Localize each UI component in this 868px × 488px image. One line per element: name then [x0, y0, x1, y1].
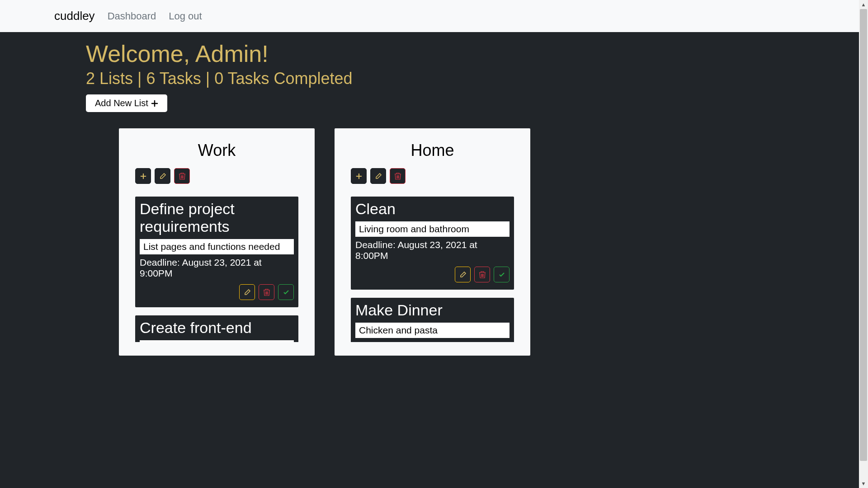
lists-row: Work Define project requirements [119, 128, 859, 356]
edit-list-button[interactable] [155, 168, 170, 184]
task-deadline: Deadline: August 24, 2021 at 6:00PM [355, 341, 509, 342]
task-actions [355, 267, 509, 282]
add-task-button[interactable] [135, 168, 151, 184]
scrollbar-thumb[interactable] [860, 9, 867, 461]
task-title: Make Dinner [355, 301, 509, 319]
trash-icon [395, 173, 401, 180]
list-title: Home [343, 141, 522, 160]
complete-task-button[interactable] [278, 284, 294, 300]
task-deadline: Deadline: August 23, 2021 at 9:00PM [140, 257, 294, 279]
delete-list-button[interactable] [174, 168, 190, 184]
edit-task-button[interactable] [239, 284, 255, 300]
plus-icon [151, 100, 158, 107]
task-title: Create front-end [140, 319, 294, 337]
delete-task-button[interactable] [259, 284, 274, 300]
task-description: List pages and functions needed [140, 239, 294, 254]
plus-icon [140, 173, 146, 179]
list-card-home: Home Clean Living room and bathro [335, 128, 530, 356]
stats-summary: 2 Lists | 6 Tasks | 0 Tasks Completed [86, 69, 859, 88]
scroll-down-icon[interactable]: ▼ [859, 479, 868, 488]
add-task-button[interactable] [351, 168, 367, 184]
page-scrollbar[interactable]: ▲ ▼ [859, 0, 868, 488]
task-title: Clean [355, 200, 509, 218]
tasks-scroll-container[interactable]: Define project requirements List pages a… [135, 197, 298, 342]
list-actions [351, 168, 522, 184]
edit-icon [375, 173, 382, 180]
page-viewport: cuddley Dashboard Log out Welcome, Admin… [0, 0, 859, 488]
welcome-heading: Welcome, Admin! [86, 40, 859, 67]
list-actions [135, 168, 307, 184]
main-content: Welcome, Admin! 2 Lists | 6 Tasks | 0 Ta… [0, 32, 859, 374]
edit-icon [244, 289, 251, 296]
task-description: Create page templates and add [140, 340, 294, 342]
add-new-list-button[interactable]: Add New List [86, 94, 167, 112]
list-title: Work [127, 141, 307, 160]
trash-icon [479, 271, 486, 278]
task-title: Define project requirements [140, 200, 294, 235]
task-card: Make Dinner Chicken and pasta Deadline: … [351, 298, 514, 342]
navbar: cuddley Dashboard Log out [0, 0, 859, 32]
check-icon [498, 271, 505, 278]
task-card: Define project requirements List pages a… [135, 197, 298, 307]
complete-task-button[interactable] [494, 267, 509, 282]
tasks-scroll-container[interactable]: Clean Living room and bathroom Deadline:… [351, 197, 514, 342]
task-description: Chicken and pasta [355, 323, 509, 338]
task-card: Clean Living room and bathroom Deadline:… [351, 197, 514, 290]
scroll-up-icon[interactable]: ▲ [859, 0, 868, 9]
task-card: Create front-end Create page templates a… [135, 315, 298, 342]
trash-icon [179, 173, 185, 180]
check-icon [283, 289, 290, 296]
edit-icon [159, 173, 166, 180]
nav-dashboard[interactable]: Dashboard [108, 10, 156, 22]
delete-list-button[interactable] [390, 168, 406, 184]
edit-list-button[interactable] [370, 168, 386, 184]
trash-icon [264, 289, 270, 296]
nav-logout[interactable]: Log out [169, 10, 202, 22]
add-new-list-label: Add New List [95, 98, 148, 108]
task-deadline: Deadline: August 23, 2021 at 8:00PM [355, 239, 509, 261]
task-description: Living room and bathroom [355, 221, 509, 237]
task-actions [140, 284, 294, 300]
edit-icon [459, 271, 467, 278]
edit-task-button[interactable] [455, 267, 471, 282]
plus-icon [356, 173, 362, 179]
brand-logo[interactable]: cuddley [54, 9, 95, 23]
list-card-work: Work Define project requirements [119, 128, 315, 356]
delete-task-button[interactable] [474, 267, 490, 282]
